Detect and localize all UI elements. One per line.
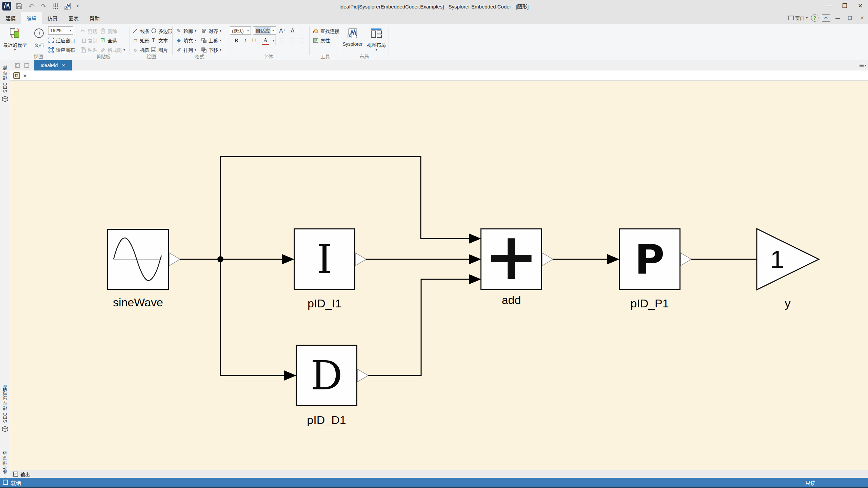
view-layout-button[interactable]: 视图布局 ▾ bbox=[365, 25, 388, 54]
draw-text-button[interactable]: T 文本 bbox=[151, 36, 168, 45]
font-color-button[interactable]: A bbox=[262, 37, 269, 45]
input-arrow-add-1 bbox=[469, 233, 481, 244]
block-label-proportional: pID_P1 bbox=[595, 297, 704, 310]
divider bbox=[275, 36, 276, 45]
font-family-select[interactable]: (默认) ▾ bbox=[230, 26, 251, 35]
draw-polygon-button[interactable]: 多边形 bbox=[151, 26, 173, 35]
output-panel-tab[interactable]: 输出 bbox=[13, 471, 30, 477]
mdi-close-button[interactable]: ✕ bbox=[858, 14, 867, 22]
bottom-strip bbox=[0, 487, 868, 488]
nav-back-button[interactable] bbox=[13, 62, 21, 69]
recent-models-button[interactable]: 最近的模型 ▾ bbox=[2, 25, 28, 54]
bold-button[interactable]: B bbox=[233, 37, 240, 45]
tab-simulation[interactable]: 仿真 bbox=[42, 12, 63, 24]
move-up-button[interactable]: 上移 ▾ bbox=[201, 36, 221, 45]
increase-font-button[interactable]: A⁺ bbox=[279, 26, 286, 35]
nav-back-icon bbox=[14, 63, 20, 68]
collapse-ribbon-button[interactable] bbox=[822, 14, 830, 22]
block-integral[interactable]: I bbox=[294, 228, 355, 290]
chevron-down-icon: ▾ bbox=[273, 39, 274, 42]
align-center-button[interactable] bbox=[288, 37, 296, 45]
sysplorer-button[interactable]: Sysplorer bbox=[340, 25, 365, 54]
find-connections-button[interactable]: 查找连接 bbox=[313, 26, 339, 35]
ribbon-group-view: 最近的模型 ▾ i 文档 192% ▾ 适应窗口 bbox=[0, 24, 77, 60]
fill-button[interactable]: ◆ 填充 ▾ bbox=[176, 36, 196, 45]
block-proportional[interactable]: P bbox=[619, 228, 680, 290]
block-label-gain: y bbox=[733, 297, 842, 310]
draw-rect-button[interactable]: □ 矩形 bbox=[132, 36, 150, 45]
diagram-canvas[interactable]: sineWave I pID_I1 D pID_D1 + add P pID_P… bbox=[10, 81, 868, 470]
tab-close-icon[interactable]: ✕ bbox=[62, 63, 65, 68]
ribbon-tab-row: 建模 编辑 仿真 图表 帮助 窗口 ▾ ? — ❐ ✕ bbox=[0, 12, 868, 24]
output-port-sinewave bbox=[169, 253, 180, 266]
chevron-down-icon: ▾ bbox=[865, 64, 866, 67]
mdi-minimize-button[interactable]: — bbox=[833, 14, 842, 22]
align-button[interactable]: 对齐 ▾ bbox=[201, 26, 221, 35]
title-bar: ↶ ↷ ▾ IdealPid[SysplorerEmbeddedCoder.Ex… bbox=[0, 0, 868, 12]
fit-window-icon bbox=[48, 38, 54, 43]
nav-forward-button[interactable] bbox=[23, 62, 31, 69]
document-button[interactable]: i 文档 bbox=[31, 25, 47, 54]
block-derivative[interactable]: D bbox=[296, 345, 357, 406]
window-menu-button[interactable]: 窗口 ▾ bbox=[788, 15, 808, 21]
fit-window-button[interactable]: 适应窗口 bbox=[48, 36, 75, 45]
input-arrow-proportional bbox=[607, 254, 619, 264]
block-label-sinewave: sineWave bbox=[84, 296, 192, 309]
copy-button[interactable]: 复制 bbox=[80, 36, 97, 45]
delete-button[interactable]: 删除 bbox=[100, 26, 117, 35]
tab-modeling[interactable]: 建模 bbox=[0, 12, 21, 24]
underline-button[interactable]: U bbox=[250, 37, 258, 45]
font-color-caret[interactable]: ▾ bbox=[270, 37, 277, 45]
select-all-button[interactable]: ☑ 全选 bbox=[100, 36, 117, 45]
sidebar-tab-sec-model-library[interactable]: SEC 模型库 bbox=[0, 65, 10, 133]
output-doc-icon bbox=[13, 471, 18, 477]
window-minimize-button[interactable]: — bbox=[821, 0, 837, 12]
decrease-font-button[interactable]: A⁻ bbox=[290, 26, 298, 35]
output-bar: 输出 bbox=[10, 470, 868, 478]
chevron-down-icon: ▾ bbox=[220, 29, 221, 33]
output-port-proportional bbox=[680, 253, 691, 266]
align-right-button[interactable] bbox=[298, 37, 306, 45]
italic-button[interactable]: I bbox=[241, 37, 249, 45]
ribbon-group-font: (默认) ▾ 自适应 ▾ A⁺ A⁻ B I U A ▾ 字体 bbox=[227, 24, 309, 60]
outline-button[interactable]: ✎ 轮廓 ▾ bbox=[176, 26, 196, 35]
send-backward-icon bbox=[201, 47, 206, 53]
sidebar-tab-component-browser[interactable]: 组件浏览器 bbox=[0, 451, 10, 478]
sidebar-tab-sec-model-browser[interactable]: SEC 模型浏览器 bbox=[0, 385, 10, 449]
zoom-select[interactable]: 192% ▾ bbox=[48, 26, 73, 35]
ribbon-group-tools: 查找连接 属性 工具 bbox=[311, 24, 340, 60]
breadcrumb-expand-arrow[interactable]: ▶ bbox=[24, 73, 27, 78]
block-add[interactable]: + bbox=[480, 228, 542, 290]
properties-button[interactable]: 属性 bbox=[313, 36, 330, 45]
align-left-button[interactable] bbox=[278, 37, 285, 45]
application-window: ↶ ↷ ▾ IdealPid[SysplorerEmbeddedCoder.Ex… bbox=[0, 0, 868, 488]
tab-edit[interactable]: 编辑 bbox=[21, 12, 42, 24]
document-tab-idealpid[interactable]: IdealPid ✕ bbox=[34, 60, 72, 70]
tab-help[interactable]: 帮助 bbox=[84, 12, 105, 24]
block-sinewave[interactable] bbox=[107, 229, 169, 290]
window-maximize-button[interactable]: ❐ bbox=[837, 0, 852, 12]
mdi-restore-button[interactable]: ❐ bbox=[846, 14, 854, 22]
arrange-icon bbox=[176, 47, 181, 52]
help-icon: ? bbox=[813, 15, 816, 21]
block-label-derivative: pID_D1 bbox=[272, 413, 381, 427]
document-tab-bar: IdealPid ✕ ▾ bbox=[10, 60, 868, 70]
minimize-icon: — bbox=[826, 2, 832, 9]
chevron-down-icon: ▾ bbox=[220, 39, 221, 42]
tab-chart[interactable]: 图表 bbox=[63, 12, 84, 24]
help-button[interactable]: ? bbox=[811, 14, 818, 22]
close-icon: ✕ bbox=[858, 2, 863, 9]
tab-list-button[interactable]: ▾ bbox=[859, 62, 867, 68]
draw-line-button[interactable]: 线条 bbox=[132, 26, 150, 35]
input-arrow-derivative bbox=[284, 370, 296, 381]
input-arrow-add-3 bbox=[469, 274, 481, 284]
properties-icon bbox=[313, 38, 318, 43]
sine-wave-icon bbox=[108, 230, 168, 289]
cut-button[interactable]: ✂ 剪切 bbox=[80, 26, 97, 35]
window-close-button[interactable]: ✕ bbox=[852, 0, 868, 12]
bring-forward-icon bbox=[201, 38, 206, 43]
ribbon-group-clipboard: ✂ 剪切 复制 粘贴 删除 ☑ 全选 格式刷 ▾ bbox=[77, 24, 130, 60]
recent-models-icon bbox=[9, 27, 21, 39]
font-size-select[interactable]: 自适应 ▾ bbox=[253, 26, 276, 35]
model-root-button[interactable] bbox=[13, 72, 20, 80]
